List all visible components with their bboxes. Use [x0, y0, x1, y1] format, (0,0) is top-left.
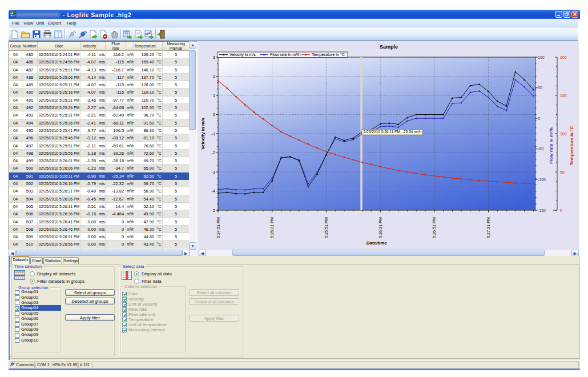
svg-text:Flow rate in m³/h: Flow rate in m³/h	[549, 127, 554, 164]
svg-text:Temperature in °C: Temperature in °C	[312, 52, 345, 57]
svg-text:1: 1	[213, 93, 215, 98]
svg-text:-100: -100	[538, 178, 546, 182]
svg-text:-1: -1	[212, 131, 215, 137]
svg-text:150: 150	[560, 94, 567, 98]
svg-text:5:26:51 PM: 5:26:51 PM	[432, 217, 437, 238]
svg-text:2: 2	[213, 74, 215, 79]
svg-text:5:27:21 PM: 5:27:21 PM	[486, 217, 491, 238]
svg-text:Date/time: Date/time	[367, 240, 388, 246]
svg-text:50: 50	[560, 170, 565, 174]
svg-text:3: 3	[213, 55, 215, 60]
svg-text:Temperature in °C: Temperature in °C	[569, 126, 574, 166]
svg-text:0: 0	[538, 117, 540, 121]
svg-text:Flow rate in m³/h: Flow rate in m³/h	[270, 52, 301, 57]
svg-text:5:26:21 PM: 5:26:21 PM	[378, 217, 383, 238]
svg-text:0: 0	[213, 112, 215, 117]
svg-text:200: 200	[560, 55, 567, 59]
svg-text:Velocity in m/s: Velocity in m/s	[200, 118, 206, 150]
svg-text:0: 0	[560, 208, 562, 212]
svg-text:-50: -50	[538, 147, 543, 151]
svg-text:Velocity in m/s: Velocity in m/s	[229, 52, 256, 57]
svg-text:5:24:51 PM: 5:24:51 PM	[216, 217, 221, 238]
svg-text:-5: -5	[212, 208, 215, 213]
svg-text:5:25:21 PM: 5:25:21 PM	[269, 217, 275, 238]
svg-text:Sample: Sample	[380, 44, 398, 50]
svg-text:100: 100	[560, 132, 567, 136]
svg-text:5:25:51 PM: 5:25:51 PM	[324, 217, 329, 238]
svg-text:-3: -3	[212, 170, 215, 175]
svg-text:50: 50	[538, 86, 542, 90]
svg-text:-150: -150	[538, 208, 546, 212]
svg-text:-4: -4	[212, 188, 215, 194]
svg-text:-2: -2	[212, 150, 215, 155]
svg-text:2/25/2010 5:26:11 PM -25.34 m: 2/25/2010 5:26:11 PM -25.34 m³/h	[364, 130, 422, 134]
svg-text:100: 100	[538, 55, 545, 59]
